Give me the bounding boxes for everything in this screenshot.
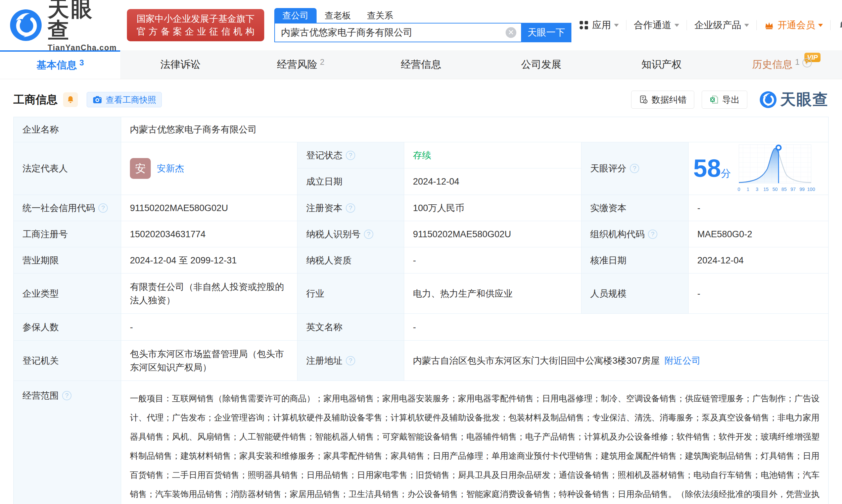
help-icon[interactable]: ? [802, 58, 812, 68]
field-label-establish-date: 成立日期 [297, 168, 404, 195]
field-label-insured-count: 参保人数 [14, 314, 121, 341]
nav-partner-channel[interactable]: 合作通道 [627, 19, 687, 32]
tab-label: 历史信息 [752, 58, 792, 71]
svg-text:50: 50 [772, 186, 778, 192]
field-label-taxpayer-id: 纳税人识别号? [297, 221, 404, 247]
field-value-approval-date: 2024-12-04 [688, 247, 828, 273]
field-label-reg-capital: 注册资本? [297, 195, 404, 221]
logo-text: 天眼查 [48, 0, 117, 41]
field-value-tianyan-score[interactable]: 58分 0 1 3 15 50 [688, 142, 828, 195]
clear-search-icon[interactable]: ✕ [506, 27, 516, 38]
score-axis-ticks: 0 1 3 15 50 85 97 99 100 [738, 186, 815, 192]
tab-history-info[interactable]: VIP 历史信息 1 ? [722, 50, 842, 79]
search-tab-company[interactable]: 查公司 [274, 8, 317, 23]
field-label-staff-size: 人员规模 [581, 273, 688, 314]
field-label-reg-authority: 登记机关 [14, 341, 121, 381]
help-icon[interactable]: ? [346, 151, 355, 160]
field-value-credit-code: 91150202MAE580G02U [121, 195, 297, 221]
search-input[interactable] [274, 23, 521, 42]
tianyancha-watermark: 天眼查 [759, 89, 828, 110]
chevron-down-icon [744, 24, 749, 27]
bell-icon [66, 95, 75, 104]
field-value-legal-rep: 安 安新杰 [121, 142, 297, 195]
svg-text:97: 97 [791, 186, 796, 192]
field-label-reg-status: 登记状态? [297, 142, 404, 168]
view-snapshot-button[interactable]: 查看工商快照 [87, 92, 162, 107]
help-icon[interactable]: ? [630, 164, 639, 173]
nav-partner-label: 合作通道 [634, 19, 671, 32]
field-label-org-code: 组织机构代码? [581, 221, 688, 247]
nav-apps[interactable]: 应用 [572, 19, 626, 32]
status-badge: 存续 [413, 149, 431, 162]
tab-company-development[interactable]: 公司发展 [481, 50, 601, 79]
tab-label: 经营信息 [401, 58, 441, 71]
tab-operation-info[interactable]: 经营信息 [361, 50, 481, 79]
help-icon[interactable]: ? [346, 356, 355, 365]
tab-label: 基本信息 [36, 58, 76, 72]
search-tab-relation[interactable]: 查关系 [359, 8, 401, 23]
help-icon[interactable]: ? [346, 203, 355, 213]
gov-certification-badge: 国家中小企业发展子基金旗下 官方备案企业征信机构 [127, 9, 264, 41]
data-correction-button[interactable]: 数据纠错 [631, 91, 694, 109]
field-label-approval-date: 核准日期 [581, 247, 688, 273]
bell-icon [838, 20, 842, 31]
help-icon[interactable]: ? [648, 230, 657, 239]
tab-basic-info[interactable]: 基本信息 3 [0, 50, 120, 79]
tianyancha-logo[interactable]: 天眼查 TianYanCha.com [10, 0, 117, 52]
legal-rep-avatar[interactable]: 安 [130, 158, 151, 179]
field-label-tianyan-score: 天眼评分? [581, 142, 688, 195]
help-icon[interactable]: ? [62, 391, 71, 400]
top-header: 天眼查 TianYanCha.com 国家中小企业发展子基金旗下 官方备案企业征… [0, 0, 842, 50]
tab-legal-litigation[interactable]: 法律诉讼 [120, 50, 240, 79]
field-value-reg-status: 存续 [404, 142, 581, 168]
search-tabs: 查公司 查老板 查关系 [274, 8, 572, 23]
nav-open-vip[interactable]: 开通会员 [757, 19, 830, 32]
score-unit: 分 [721, 168, 731, 179]
field-value-reg-number: 150202034631774 [121, 221, 297, 247]
field-value-paid-capital: - [688, 195, 828, 221]
field-value-business-scope: 一般项目：互联网销售（除销售需要许可的商品）；家用电器销售；家用电器安装服务；家… [121, 381, 828, 504]
score-distribution-chart: 0 1 3 15 50 85 97 99 100 [736, 143, 815, 194]
top-nav: 应用 合作通道 企业级产品 开通会员 肖青羽 [572, 19, 842, 32]
tab-count: 1 [795, 57, 800, 67]
field-label-reg-address: 注册地址? [297, 341, 404, 381]
chevron-down-icon [818, 24, 823, 27]
nav-enterprise-label: 企业级产品 [694, 19, 741, 32]
export-button[interactable]: 导出 [702, 91, 747, 109]
field-value-reg-address: 内蒙古自治区包头市东河区东门大街旧回中公寓楼3楼307房屋 附近公司 [404, 341, 828, 381]
tab-intellectual-property[interactable]: 知识产权 [601, 50, 721, 79]
field-label-taxpayer-quality: 纳税人资质 [297, 247, 404, 273]
section-title: 工商信息 [14, 92, 58, 107]
field-label-business-scope: 经营范围? [14, 381, 121, 504]
tab-count: 3 [79, 58, 84, 68]
field-value-insured-count: - [121, 314, 297, 341]
tab-operation-risk[interactable]: 经营风险 2 [241, 50, 361, 79]
nav-enterprise-products[interactable]: 企业级产品 [687, 19, 756, 32]
score-value: 58 [693, 154, 721, 182]
badge-line2: 官方备案企业征信机构 [134, 25, 258, 38]
tab-count: 2 [320, 57, 324, 67]
nearby-companies-link[interactable]: 附近公司 [664, 354, 701, 367]
notification-bell[interactable] [830, 20, 842, 31]
search-button[interactable]: 天眼一下 [521, 23, 572, 42]
field-label-reg-number: 工商注册号 [14, 221, 121, 247]
field-label-business-term: 营业期限 [14, 247, 121, 273]
search-tab-boss[interactable]: 查老板 [317, 8, 359, 23]
subscribe-bell-button[interactable] [63, 92, 78, 107]
chevron-down-icon [614, 24, 619, 27]
tab-label: 知识产权 [642, 58, 682, 71]
field-label-company-name: 企业名称 [14, 117, 121, 142]
correction-button-label: 数据纠错 [652, 94, 687, 106]
svg-text:1: 1 [747, 186, 749, 192]
business-info-table: 企业名称 内蒙古优悠家电子商务有限公司 法定代表人 安 安新杰 登记状态? 存续… [14, 117, 828, 504]
field-label-paid-capital: 实缴资本 [581, 195, 688, 221]
field-value-taxpayer-quality: - [404, 247, 581, 273]
help-icon[interactable]: ? [364, 230, 373, 239]
svg-text:99: 99 [800, 186, 805, 192]
field-value-industry: 电力、热力生产和供应业 [404, 273, 581, 314]
nav-apps-label: 应用 [592, 19, 611, 32]
legal-rep-name-link[interactable]: 安新杰 [157, 162, 184, 175]
help-icon[interactable]: ? [98, 203, 108, 213]
field-value-reg-capital: 100万人民币 [404, 195, 581, 221]
nav-vip-label: 开通会员 [777, 19, 815, 32]
